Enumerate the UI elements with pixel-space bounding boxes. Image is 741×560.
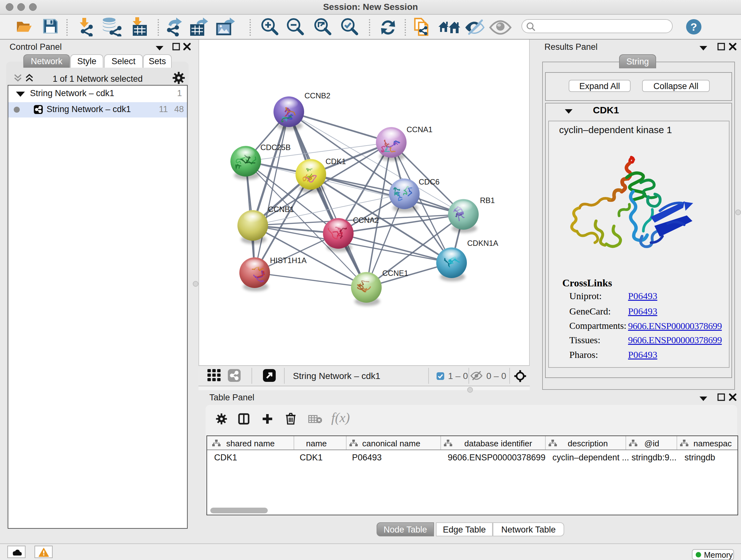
svg-text:CCNA1: CCNA1 bbox=[407, 125, 432, 134]
svg-text:CCNB2: CCNB2 bbox=[305, 91, 330, 100]
svg-text:RB1: RB1 bbox=[480, 196, 495, 205]
svg-text:CCNA2: CCNA2 bbox=[353, 216, 379, 225]
svg-text:CDC25B: CDC25B bbox=[260, 143, 291, 152]
svg-text:CCNE1: CCNE1 bbox=[382, 269, 408, 277]
svg-text:HIST1H1A: HIST1H1A bbox=[270, 256, 307, 265]
svg-text:CDK1: CDK1 bbox=[326, 157, 346, 166]
svg-text:CCNB1: CCNB1 bbox=[268, 205, 294, 213]
svg-text:CDC6: CDC6 bbox=[419, 178, 440, 186]
svg-text:?: ? bbox=[690, 21, 697, 33]
svg-text:CDKN1A: CDKN1A bbox=[467, 239, 498, 247]
